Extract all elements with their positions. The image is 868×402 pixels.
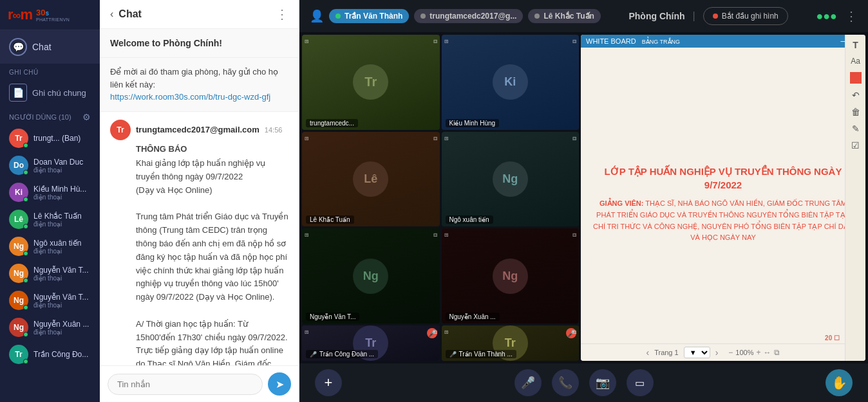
text-tool-icon[interactable]: T: [853, 48, 858, 50]
list-item[interactable]: Ng Nguyễn Xuân ... điện thoại: [0, 314, 100, 341]
list-item[interactable]: Ng Ngô xuân tiến điện thoại: [0, 233, 100, 260]
cell-name-6: Nguyễn Xuân ...: [449, 313, 496, 320]
list-item[interactable]: Do Doan Van Duc điện thoại: [0, 152, 100, 179]
note-icon: 📄: [9, 84, 27, 102]
zoom-out-icon[interactable]: −: [728, 348, 733, 357]
user-name: Trần Công Đo...: [33, 350, 91, 359]
msg-line4: A/ Thời gian học tập huấn: Từ 15h00'đến …: [136, 319, 288, 365]
fullscreen-icon-3[interactable]: ⧈: [433, 134, 437, 142]
list-item[interactable]: Ng Nguyễn Văn T... điện thoại: [0, 260, 100, 287]
fullscreen-icon-6[interactable]: ⧈: [572, 231, 576, 239]
sidebar: r∞m 30s PHATTRIENVN 💬 Chat GHI CHÚ 📄 Ghi…: [0, 0, 100, 402]
chat-panel-title: Chat: [118, 8, 142, 20]
wb-title: LỚP TẬP HUẤN NGHIỆP VỤ TRUYỀN THÔNG NGÀY…: [591, 165, 855, 192]
video-cell-6: Ng ⧆ ⧈ Nguyễn Xuân ...: [442, 228, 580, 324]
speaker-tag-1: trungtamcedc2017@g...: [414, 9, 523, 23]
undo-icon[interactable]: ↶: [852, 90, 860, 100]
user-role: điện thoại: [33, 221, 91, 228]
speaker-name-1: Trần Văn Thành: [344, 12, 402, 21]
wb-content: LỚP TẬP HUẤN NGHIỆP VỤ TRUYỀN THÔNG NGÀY…: [581, 48, 865, 361]
user-role: điện thoại: [33, 248, 91, 255]
back-button[interactable]: ‹: [110, 8, 113, 20]
record-button[interactable]: Bắt đầu ghi hình: [703, 7, 788, 25]
avatar: Ng: [9, 237, 28, 256]
invite-link[interactable]: https://work.room30s.com/b/tru-dgc-wzd-g…: [110, 92, 270, 102]
app-logo: r∞m 30s PHATTRIENVN: [0, 0, 100, 30]
trash-icon[interactable]: 🗑: [851, 107, 860, 117]
list-item[interactable]: Lê Lê Khắc Tuấn điện thoại: [0, 206, 100, 233]
gear-icon[interactable]: ⚙: [82, 112, 91, 122]
cell-name-1: trungtamcedc...: [310, 120, 354, 127]
screen-share-button[interactable]: ▭: [627, 369, 654, 396]
avatar: Ng: [9, 264, 28, 283]
fullscreen-wb-icon[interactable]: ⧉: [774, 348, 780, 357]
user-name: trungt... (Ban): [33, 134, 91, 143]
user-role: điện thoại: [33, 302, 91, 309]
wb-pagination-bar: ‹ Trang 1 ▼ › − 100% + ↔ ⧉: [581, 343, 845, 361]
cell-name-8: Trần Văn Thành ...: [459, 351, 513, 358]
video-grid-left: Tr ⧆ ⧈ trungtamcedc... Ki ⧆ ⧈ Kiều Minh …: [302, 35, 579, 361]
chat-more-button[interactable]: ⋮: [276, 6, 288, 22]
page-select[interactable]: ▼: [684, 347, 710, 358]
page-next-icon[interactable]: ›: [715, 347, 719, 358]
expand-icon-6[interactable]: ⧆: [444, 231, 448, 239]
cell-name-7: Trần Công Đoàn ...: [319, 351, 374, 358]
notes-item[interactable]: 📄 Ghi chú chung: [0, 78, 100, 107]
fit-width-icon[interactable]: ↔: [764, 348, 771, 357]
stats-icon[interactable]: ●●●: [816, 10, 837, 23]
fullscreen-icon-4[interactable]: ⧈: [572, 134, 576, 142]
send-button[interactable]: ➤: [268, 372, 291, 396]
fullscreen-icon-8[interactable]: ⧈: [572, 328, 576, 336]
whiteboard-header: WHITE BOARD BẢNG TRẮNG ─ ✕: [581, 35, 865, 48]
topbar-left: 👤 Trần Văn Thành trungtamcedc2017@g... L…: [310, 9, 601, 23]
more-options-icon[interactable]: ⋮: [845, 8, 858, 24]
font-tool-icon[interactable]: Aa: [851, 57, 860, 66]
chat-messages: Tr trungtamcedc2017@gmail.com 14:56 THÔN…: [100, 112, 299, 366]
fullscreen-icon-2[interactable]: ⧈: [572, 37, 576, 45]
phone-button[interactable]: 📞: [552, 369, 579, 396]
person-icon: 👤: [310, 9, 324, 23]
users-section-header: NGƯỜI DÙNG (10) ⚙: [0, 107, 100, 125]
fullscreen-icon-7[interactable]: ⧈: [433, 328, 437, 336]
expand-icon-8[interactable]: ⧆: [444, 328, 448, 336]
color-tool-icon[interactable]: [850, 72, 862, 84]
camera-button[interactable]: 📷: [589, 369, 616, 396]
edit-icon[interactable]: ✎: [852, 123, 860, 134]
user-name: Nguyễn Văn T...: [33, 266, 91, 275]
page-prev-icon[interactable]: ‹: [646, 347, 649, 358]
list-item[interactable]: Tr trungt... (Ban): [0, 125, 100, 152]
speaker-tag-active: Trần Văn Thành: [329, 9, 409, 23]
expand-icon-1[interactable]: ⧆: [305, 37, 308, 45]
expand-icon-2[interactable]: ⧆: [444, 37, 448, 45]
add-button[interactable]: +: [315, 369, 342, 396]
video-cell-8: 🎤 Tr ⧆ ⧈ 🎤 Trần Văn Thành ...: [442, 325, 580, 361]
sidebar-chat-nav[interactable]: 💬 Chat: [0, 30, 100, 64]
zoom-in-icon[interactable]: +: [757, 348, 761, 357]
fullscreen-icon-1[interactable]: ⧈: [433, 37, 437, 45]
fullscreen-icon-5[interactable]: ⧈: [433, 231, 437, 239]
topbar-right: ●●● ⋮: [816, 8, 858, 24]
list-item[interactable]: Tr Trần Công Đo...: [0, 341, 100, 368]
invite-message: Để mời ai đó tham gia phòng, hãy gửi cho…: [100, 58, 299, 112]
expand-icon-3[interactable]: ⧆: [305, 134, 308, 142]
chat-nav-icon: 💬: [9, 38, 27, 56]
user-info: Trần Công Đo...: [33, 350, 91, 359]
chat-input[interactable]: [108, 374, 263, 395]
avatar: Tr: [9, 345, 28, 364]
expand-icon-5[interactable]: ⧆: [305, 231, 308, 239]
list-item[interactable]: Ki Kiều Minh Hù... điện thoại: [0, 179, 100, 206]
video-cell-7: 🎤 Tr ⧆ ⧈ 🎤 Trần Công Đoàn ...: [302, 325, 440, 361]
user-info: Nguyễn Xuân ... điện thoại: [33, 320, 91, 336]
list-item[interactable]: Ng Nguyễn Văn T... điện thoại: [0, 287, 100, 314]
expand-icon-7[interactable]: ⧆: [305, 328, 308, 336]
video-label-1: trungtamcedc...: [306, 119, 358, 127]
mic-button[interactable]: 🎤: [514, 369, 542, 396]
msg-line2: (Dạy và Học Online): [136, 185, 212, 195]
check-icon[interactable]: ☑: [851, 140, 860, 151]
wb-lecturer: GIẢNG VIÊN: THẠC SĨ, NHÀ BÁO NGÔ VĂN HIỀ…: [591, 198, 855, 243]
expand-icon-4[interactable]: ⧆: [444, 134, 448, 142]
video-label-5: Nguyễn Văn T...: [306, 313, 359, 321]
raise-hand-button[interactable]: ✋: [826, 369, 853, 396]
mic-icon-8: 🎤: [449, 351, 457, 358]
video-grid: Tr ⧆ ⧈ trungtamcedc... Ki ⧆ ⧈ Kiều Minh …: [299, 32, 868, 363]
